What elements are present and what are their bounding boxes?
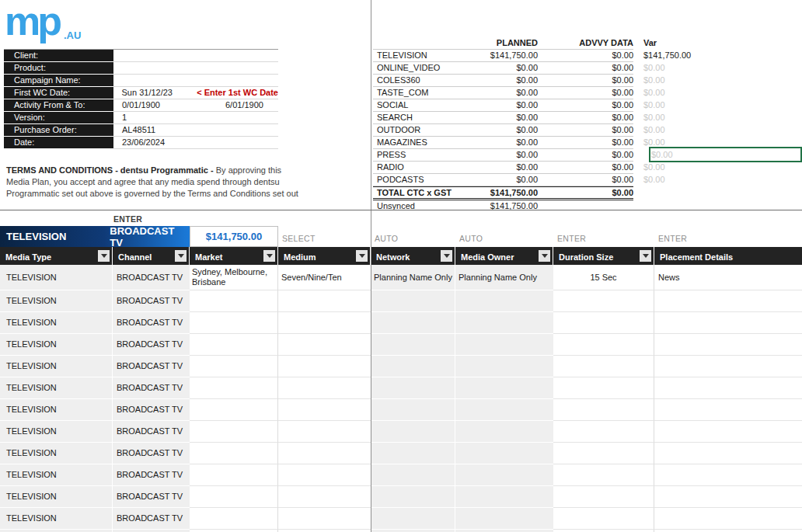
cell-market[interactable]: [190, 290, 278, 312]
form-value-cell[interactable]: AL48511: [113, 124, 194, 137]
cell-market[interactable]: [190, 377, 278, 399]
column-filter-dropdown[interactable]: [356, 250, 368, 262]
cell-channel[interactable]: BROADCAST TV: [113, 486, 190, 508]
cell-medium[interactable]: [278, 486, 371, 508]
cell-placement[interactable]: News: [654, 265, 802, 290]
cell-network[interactable]: [371, 334, 455, 356]
cell-duration[interactable]: [553, 290, 654, 312]
cell-medium[interactable]: [278, 508, 371, 530]
summary-total-planned[interactable]: $141,750.00: [462, 187, 538, 198]
cell-channel[interactable]: BROADCAST TV: [113, 290, 190, 312]
cell-media-owner[interactable]: [455, 334, 553, 356]
cell-duration[interactable]: [553, 377, 654, 399]
cell-media-owner[interactable]: [455, 399, 553, 421]
cell-market[interactable]: [190, 464, 278, 486]
summary-total-advvy[interactable]: $0.00: [538, 187, 633, 198]
cell-market[interactable]: [190, 334, 278, 356]
cell-placement[interactable]: [654, 290, 802, 312]
cell-placement[interactable]: [654, 464, 802, 486]
cell-market[interactable]: [190, 508, 278, 530]
summary-var-cell[interactable]: $0.00: [643, 99, 799, 112]
cell-market[interactable]: [190, 399, 278, 421]
cell-placement[interactable]: [654, 377, 802, 399]
column-filter-dropdown[interactable]: [263, 250, 275, 262]
cell-channel[interactable]: BROADCAST TV: [113, 377, 190, 399]
summary-planned-cell[interactable]: $0.00: [462, 137, 538, 148]
cell-duration[interactable]: 15 Sec: [553, 265, 654, 290]
cell-medium[interactable]: [278, 356, 371, 377]
summary-planned-cell[interactable]: $0.00: [462, 75, 538, 86]
cell-media-type[interactable]: TELEVISION: [0, 377, 113, 399]
summary-var-cell[interactable]: $0.00: [643, 87, 799, 99]
summary-planned-cell[interactable]: $0.00: [462, 149, 538, 161]
cell-medium[interactable]: Seven/Nine/Ten: [278, 265, 371, 290]
cell-media-owner[interactable]: Planning Name Only: [455, 265, 553, 290]
summary-var-cell[interactable]: $0.00: [643, 112, 799, 124]
summary-advvy-cell[interactable]: $0.00: [538, 87, 633, 99]
cell-duration[interactable]: [553, 508, 654, 530]
form-value-cell[interactable]: Sun 31/12/23: [113, 87, 194, 99]
form-value-cell[interactable]: [113, 75, 194, 87]
column-filter-dropdown[interactable]: [640, 250, 651, 262]
summary-advvy-cell[interactable]: $0.00: [538, 75, 633, 86]
cell-media-owner[interactable]: [455, 377, 553, 399]
form-value-cell[interactable]: < Enter 1st WC Date: [194, 87, 278, 99]
form-value-cell[interactable]: [194, 112, 278, 124]
cell-media-type[interactable]: TELEVISION: [0, 312, 113, 334]
cell-media-owner[interactable]: [455, 508, 553, 530]
cell-media-type[interactable]: TELEVISION: [0, 464, 113, 486]
summary-planned-cell[interactable]: $141,750.00: [462, 50, 538, 61]
cell-media-type[interactable]: TELEVISION: [0, 356, 113, 377]
form-value-cell[interactable]: 0/01/1900: [113, 99, 194, 112]
cell-network[interactable]: [371, 356, 455, 377]
cell-channel[interactable]: BROADCAST TV: [113, 356, 190, 377]
cell-media-owner[interactable]: [455, 486, 553, 508]
cell-channel[interactable]: BROADCAST TV: [113, 399, 190, 421]
column-filter-dropdown[interactable]: [175, 250, 187, 262]
cell-media-type[interactable]: TELEVISION: [0, 334, 113, 356]
cell-media-owner[interactable]: [455, 290, 553, 312]
form-value-cell[interactable]: 1: [113, 112, 194, 124]
cell-media-owner[interactable]: [455, 443, 553, 464]
cell-placement[interactable]: [654, 443, 802, 464]
summary-var-cell[interactable]: $0.00: [643, 162, 799, 174]
cell-market[interactable]: [190, 443, 278, 464]
cell-channel[interactable]: BROADCAST TV: [113, 334, 190, 356]
summary-var-cell[interactable]: $141,750.00: [643, 50, 799, 62]
cell-duration[interactable]: [553, 443, 654, 464]
cell-network[interactable]: [371, 399, 455, 421]
cell-medium[interactable]: [278, 290, 371, 312]
cell-medium[interactable]: [278, 399, 371, 421]
cell-duration[interactable]: [553, 486, 654, 508]
cell-medium[interactable]: [278, 443, 371, 464]
cell-channel[interactable]: BROADCAST TV: [113, 464, 190, 486]
cell-market[interactable]: [190, 312, 278, 334]
summary-advvy-cell[interactable]: $0.00: [538, 62, 633, 74]
form-value-cell[interactable]: 23/06/2024: [113, 137, 194, 149]
summary-advvy-cell[interactable]: $0.00: [538, 99, 633, 111]
cell-channel[interactable]: BROADCAST TV: [113, 265, 190, 290]
summary-planned-cell[interactable]: $0.00: [462, 99, 538, 111]
cell-network[interactable]: [371, 312, 455, 334]
cell-market[interactable]: [190, 486, 278, 508]
form-value-cell[interactable]: [113, 62, 194, 75]
summary-planned-cell[interactable]: $0.00: [462, 174, 538, 186]
cell-network[interactable]: Planning Name Only: [371, 265, 455, 290]
cell-market[interactable]: Sydney, Melbourne, Brisbane: [190, 265, 278, 290]
summary-advvy-cell[interactable]: $0.00: [538, 137, 633, 148]
column-filter-dropdown[interactable]: [539, 250, 550, 262]
form-value-cell[interactable]: [194, 137, 278, 149]
cell-placement[interactable]: [654, 312, 802, 334]
cell-network[interactable]: [371, 290, 455, 312]
cell-medium[interactable]: [278, 377, 371, 399]
cell-duration[interactable]: [553, 334, 654, 356]
cell-medium[interactable]: [278, 464, 371, 486]
cell-network[interactable]: [371, 421, 455, 443]
cell-media-owner[interactable]: [455, 421, 553, 443]
summary-var-cell[interactable]: $0.00: [643, 75, 799, 87]
cell-duration[interactable]: [553, 464, 654, 486]
cell-market[interactable]: [190, 421, 278, 443]
form-value-cell[interactable]: [113, 50, 194, 62]
cell-channel[interactable]: BROADCAST TV: [113, 508, 190, 530]
cell-duration[interactable]: [553, 399, 654, 421]
